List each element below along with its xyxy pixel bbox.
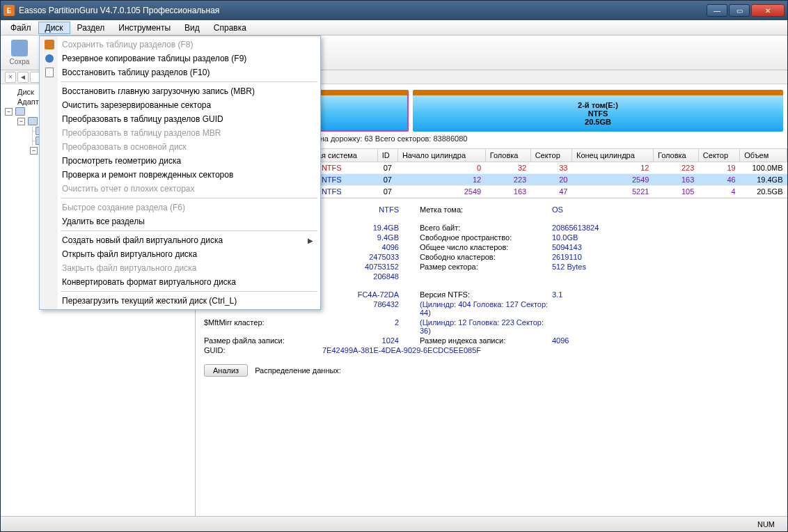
menu-item-label: Восстановить главную загрузочную запись … (62, 86, 255, 96)
partition-size: 20.5GB (585, 118, 611, 126)
menu-item-label: Просмотреть геометрию диска (62, 156, 181, 166)
detail-mftmirr-val: 2 (322, 318, 420, 335)
menu-item[interactable]: Перезагрузить текущий жесткий диск (Ctrl… (41, 294, 319, 308)
detail-recsize-lbl: Размер файла записи: (204, 336, 322, 345)
tree-toggle-icon[interactable]: − (17, 118, 25, 125)
detail-recsize-val: 1024 (322, 336, 420, 345)
col-start-sector[interactable]: Сектор (530, 149, 572, 162)
menu-item: Очистить отчет о плохих секторах (41, 182, 319, 196)
menu-view[interactable]: Вид (178, 22, 207, 34)
menu-partition[interactable]: Раздел (70, 22, 112, 34)
detail-tvo-val: 19.4GB (322, 224, 420, 232)
detail-volid-val: FC4A-72DA (322, 290, 420, 299)
doc-icon (44, 67, 55, 78)
minimize-button[interactable]: — (707, 4, 727, 17)
close-panel-button[interactable]: × (5, 72, 16, 83)
detail-r5c1: 40753152 (322, 263, 420, 271)
menu-item: Быстрое создание раздела (F6) (41, 201, 319, 214)
window-controls: — ▭ ✕ (707, 4, 785, 17)
menu-item: Преобразовать в таблицу разделов MBR (41, 126, 319, 140)
drive-icon (15, 107, 25, 116)
menu-item[interactable]: Удалить все разделы (41, 214, 319, 228)
menu-item-label: Преобразовать в таблицу разделов GUID (62, 114, 223, 124)
menu-item[interactable]: Резервное копирование таблицы разделов (… (41, 52, 319, 65)
detail-idxsize-lbl: Размер индекса записи: (420, 336, 552, 345)
back-button[interactable]: ◄ (17, 72, 29, 83)
detail-clusters-lbl: Общее число кластеров: (420, 243, 552, 251)
menu-tools[interactable]: Инструменты (111, 22, 178, 34)
menu-item-label: Быстрое создание раздела (F6) (62, 203, 185, 212)
col-size[interactable]: Объем (740, 149, 787, 162)
tree-toggle-icon[interactable]: − (30, 147, 38, 155)
menu-item-label: Сохранить таблицу разделов (F8) (62, 40, 194, 49)
detail-ntfsver-lbl: Версия NTFS: (420, 290, 552, 299)
menu-item[interactable]: Преобразовать в таблицу разделов GUID (41, 112, 319, 126)
menu-item[interactable]: Просмотреть геометрию диска (41, 154, 319, 168)
menu-separator (61, 230, 317, 231)
menu-item-label: Проверка и ремонт поврежденных секторов (62, 170, 233, 180)
tree-toggle-icon[interactable]: − (5, 108, 13, 116)
menu-item[interactable]: Конвертировать формат виртуального диска (41, 275, 319, 289)
menu-disk[interactable]: Диск (38, 22, 70, 34)
menu-item[interactable]: Восстановить главную загрузочную запись … (41, 84, 319, 98)
menu-item-label: Удалить все разделы (62, 217, 145, 226)
detail-mft-val: 786432 (322, 300, 420, 317)
menubar: Файл Диск Раздел Инструменты Вид Справка (1, 20, 787, 36)
detail-r4c1: 2475033 (322, 253, 420, 261)
menu-item[interactable]: Восстановить таблицу разделов (F10) (41, 65, 319, 79)
detail-freeclust-lbl: Свободно кластеров: (420, 253, 552, 261)
detail-free-val: 10.0GB (552, 233, 779, 242)
menu-item[interactable]: Открыть файл виртуального диска (41, 247, 319, 261)
menu-item-label: Создать новый файл виртуального диска (62, 235, 223, 245)
menu-separator (61, 81, 317, 82)
menu-item-label: Резервное копирование таблицы разделов (… (62, 54, 246, 63)
detail-mftmirr-loc: (Цилиндр: 12 Головка: 223 Сектор: 36) (420, 318, 552, 335)
save-icon (44, 39, 55, 50)
menu-item[interactable]: Проверка и ремонт поврежденных секторов (41, 168, 319, 182)
statusbar: NUM (1, 516, 787, 531)
menu-item-label: Очистить зарезервированные сектора (62, 100, 211, 110)
detail-label-lbl: Метка тома: (420, 205, 552, 214)
menu-item-label: Очистить отчет о плохих секторах (62, 184, 195, 194)
menu-item[interactable]: Очистить зарезервированные сектора (41, 98, 319, 112)
detail-startsector-val: 206848 (322, 272, 420, 281)
col-start-cyl[interactable]: Начало цилиндра (397, 149, 485, 162)
partition-box-2[interactable]: 2-й том(E:) NTFS 20.5GB (413, 90, 783, 132)
menu-help[interactable]: Справка (207, 22, 253, 34)
app-window: E Eassos PartitionGuru V4.7.0.105 Профес… (0, 0, 788, 532)
partition-title: 2-й том(E:) (578, 101, 618, 109)
menu-separator (61, 198, 317, 198)
col-end-sector[interactable]: Сектор (698, 149, 739, 162)
disk-menu-dropdown: Сохранить таблицу разделов (F8)Резервное… (39, 36, 321, 310)
detail-freeclust-val: 2619110 (552, 253, 779, 261)
menu-item: Сохранить таблицу разделов (F8) (41, 38, 319, 52)
col-end-head[interactable]: Головка (653, 149, 698, 162)
menu-item[interactable]: Создать новый файл виртуального диска▶ (41, 233, 319, 247)
save-icon (11, 40, 28, 56)
close-button[interactable]: ✕ (751, 4, 785, 17)
submenu-arrow-icon: ▶ (308, 237, 313, 244)
detail-clusters-val: 5094143 (552, 243, 779, 251)
partition-fs: NTFS (588, 109, 608, 118)
menu-item-label: Перезагрузить текущий жесткий диск (Ctrl… (62, 296, 237, 306)
analysis-button[interactable]: Анализ (204, 364, 248, 377)
detail-sectorsize-lbl: Размер сектора: (420, 263, 552, 271)
detail-mftmirr-lbl: $MftMirr кластер: (204, 318, 322, 335)
menu-item: Закрыть файл виртуального диска (41, 261, 319, 275)
detail-bytes-lbl: Всего байт: (420, 224, 552, 232)
menu-item-label: Конвертировать формат виртуального диска (62, 277, 236, 287)
detail-guid-val: 7E42499A-381E-4DEA-9029-6ECDC5EE085F (322, 346, 779, 354)
app-icon: E (3, 5, 15, 16)
detail-guid-lbl: GUID: (204, 346, 322, 354)
col-start-head[interactable]: Головка (485, 149, 530, 162)
analysis-label: Распределение данных: (255, 366, 341, 375)
toolbar-save[interactable]: Сохра (5, 40, 34, 65)
detail-sectorsize-val: 512 Bytes (552, 263, 779, 271)
menu-file[interactable]: Файл (3, 22, 38, 34)
col-id[interactable]: ID (377, 149, 397, 162)
detail-ntfsver-val: 3.1 (552, 290, 779, 299)
maximize-button[interactable]: ▭ (729, 4, 750, 17)
menu-item-label: Преобразовать в основной диск (62, 142, 187, 152)
detail-free-lbl: Свободное пространство: (420, 233, 552, 242)
col-end-cyl[interactable]: Конец цилиндра (572, 149, 653, 162)
